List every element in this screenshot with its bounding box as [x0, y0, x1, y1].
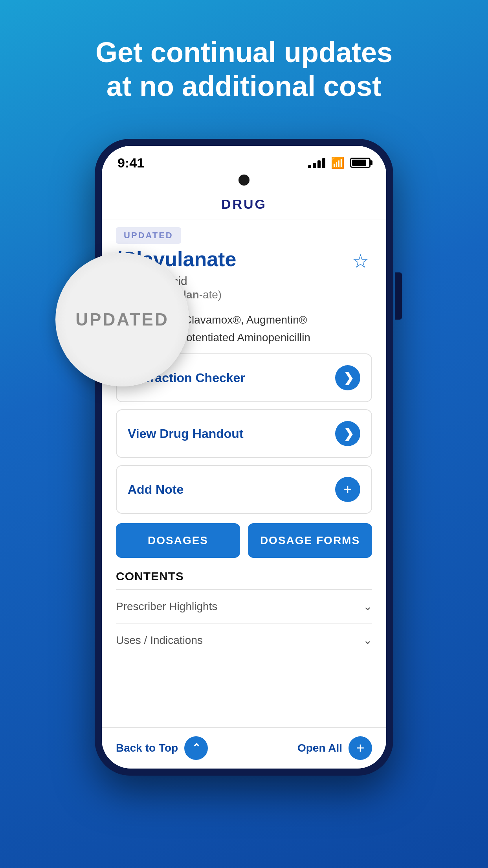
add-note-label: Add Note [128, 482, 183, 497]
drug-class-value: Potentiated Aminopenicillin [179, 331, 310, 344]
add-note-button[interactable]: + [335, 477, 360, 502]
signal-bars-icon [308, 157, 325, 168]
chevron-down-icon: ⌄ [363, 600, 372, 613]
phone-frame: 9:41 📶 [95, 139, 393, 776]
prescriber-highlights-label: Prescriber Highlights [116, 600, 217, 613]
open-all-label: Open All [297, 742, 342, 754]
list-item[interactable]: Uses / Indications ⌄ [116, 623, 372, 657]
magnifier-overlay: UPDATED [55, 253, 189, 386]
view-drug-handout-label: View Drug Handout [128, 427, 244, 441]
add-note-card[interactable]: Add Note + [116, 465, 372, 514]
contents-title: CONTENTS [116, 570, 372, 583]
status-time: 9:41 [117, 155, 144, 171]
bottom-bar: Back to Top ⌃ Open All + [102, 727, 386, 769]
back-to-top-label: Back to Top [116, 742, 178, 754]
favorite-button[interactable]: ☆ [349, 249, 372, 273]
plus-icon-2: + [356, 741, 364, 755]
trade-name-value: Clavamox®, Augmentin® [184, 314, 307, 326]
open-all-area: Open All + [297, 736, 372, 760]
chevron-right-icon: ❯ [343, 370, 354, 385]
headline-line2: at no additional cost [106, 70, 382, 102]
uses-indications-label: Uses / Indications [116, 634, 203, 647]
contents-list: Prescriber Highlights ⌄ Uses / Indicatio… [116, 589, 372, 657]
battery-icon [350, 158, 371, 168]
chevron-up-icon: ⌃ [192, 741, 201, 754]
contents-section: CONTENTS Prescriber Highlights ⌄ Uses / … [102, 558, 386, 657]
star-icon: ☆ [352, 250, 369, 272]
view-drug-handout-card[interactable]: View Drug Handout ❯ [116, 409, 372, 458]
wifi-icon: 📶 [331, 156, 345, 169]
cta-buttons: DOSAGES DOSAGE FORMS [102, 514, 386, 558]
headline: Get continual updates at no additional c… [64, 35, 424, 103]
camera-dot [238, 175, 250, 186]
camera-area [102, 175, 386, 189]
status-icons: 📶 [308, 156, 371, 169]
plus-icon: + [343, 482, 352, 497]
updated-badge-area: UPDATED [102, 219, 386, 244]
nav-title: DRUG [221, 197, 267, 211]
headline-line1: Get continual updates [95, 37, 393, 68]
chevron-right-icon-2: ❯ [343, 426, 354, 441]
chevron-down-icon-2: ⌄ [363, 634, 372, 647]
phone-mockup: 9:41 📶 [95, 139, 393, 776]
updated-badge: UPDATED [116, 227, 181, 244]
back-to-top-area: Back to Top ⌃ [116, 736, 208, 760]
phone-screen: 9:41 📶 [102, 146, 386, 769]
dosages-button[interactable]: DOSAGES [116, 523, 240, 558]
side-button [395, 272, 402, 320]
view-drug-handout-button[interactable]: ❯ [335, 421, 360, 446]
list-item[interactable]: Prescriber Highlights ⌄ [116, 589, 372, 623]
back-to-top-button[interactable]: ⌃ [184, 736, 208, 760]
status-bar: 9:41 📶 [102, 146, 386, 175]
magnifier-updated-text: UPDATED [75, 310, 169, 329]
open-all-button[interactable]: + [349, 736, 372, 760]
dosage-forms-button[interactable]: DOSAGE FORMS [248, 523, 372, 558]
nav-bar: DRUG [102, 189, 386, 219]
interaction-checker-button[interactable]: ❯ [335, 365, 360, 390]
